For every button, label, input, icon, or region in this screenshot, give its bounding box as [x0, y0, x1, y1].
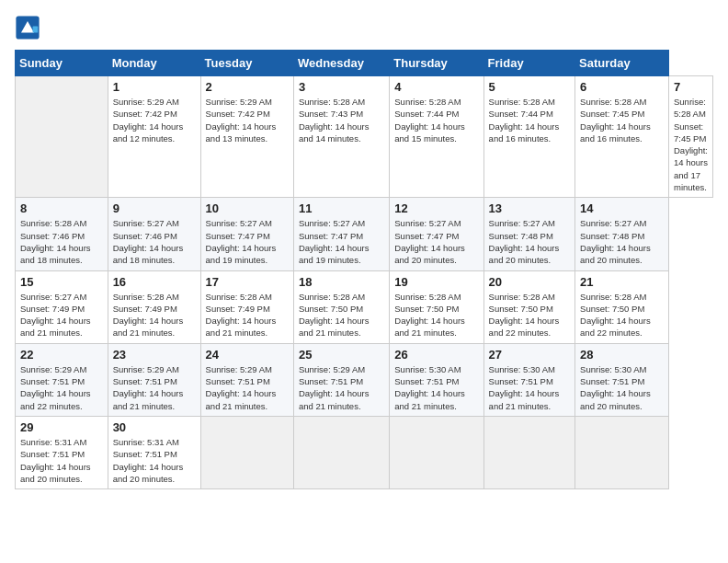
day-number: 8 — [20, 201, 103, 215]
day-info: Sunrise: 5:29 AM Sunset: 7:42 PM Dayligh… — [206, 96, 289, 144]
calendar-day-cell: 15Sunrise: 5:27 AM Sunset: 7:49 PM Dayli… — [16, 270, 108, 343]
header-friday: Friday — [483, 51, 574, 76]
calendar-day-cell: 3Sunrise: 5:28 AM Sunset: 7:43 PM Daylig… — [293, 76, 389, 198]
header — [15, 15, 713, 40]
calendar-day-cell: 20Sunrise: 5:28 AM Sunset: 7:50 PM Dayli… — [483, 270, 574, 343]
day-number: 18 — [299, 275, 384, 289]
calendar-day-cell: 12Sunrise: 5:27 AM Sunset: 7:47 PM Dayli… — [390, 198, 483, 270]
calendar-day-cell: 27Sunrise: 5:30 AM Sunset: 7:51 PM Dayli… — [483, 343, 574, 416]
calendar-day-cell: 18Sunrise: 5:28 AM Sunset: 7:50 PM Dayli… — [293, 270, 389, 343]
day-number: 20 — [489, 275, 570, 289]
day-number: 10 — [206, 201, 289, 215]
day-number: 7 — [674, 80, 708, 94]
day-info: Sunrise: 5:29 AM Sunset: 7:51 PM Dayligh… — [299, 363, 384, 412]
day-number: 14 — [580, 201, 664, 215]
calendar-day-cell: 19Sunrise: 5:28 AM Sunset: 7:50 PM Dayli… — [390, 270, 483, 343]
day-number: 5 — [489, 80, 570, 94]
calendar-week-row: 8Sunrise: 5:28 AM Sunset: 7:46 PM Daylig… — [16, 198, 713, 270]
day-info: Sunrise: 5:28 AM Sunset: 7:43 PM Dayligh… — [299, 96, 384, 144]
header-sunday: Sunday — [16, 51, 108, 76]
calendar-day-cell — [575, 416, 669, 488]
day-number: 23 — [113, 348, 196, 362]
calendar: SundayMondayTuesdayWednesdayThursdayFrid… — [15, 50, 713, 489]
day-number: 19 — [394, 275, 478, 289]
header-tuesday: Tuesday — [200, 51, 293, 76]
calendar-day-cell: 2Sunrise: 5:29 AM Sunset: 7:42 PM Daylig… — [200, 76, 293, 198]
logo — [15, 15, 44, 40]
day-info: Sunrise: 5:29 AM Sunset: 7:51 PM Dayligh… — [113, 363, 196, 412]
day-info: Sunrise: 5:27 AM Sunset: 7:48 PM Dayligh… — [489, 217, 570, 266]
day-number: 22 — [20, 348, 103, 362]
day-number: 30 — [113, 420, 196, 434]
day-info: Sunrise: 5:28 AM Sunset: 7:50 PM Dayligh… — [394, 291, 478, 339]
day-info: Sunrise: 5:28 AM Sunset: 7:50 PM Dayligh… — [299, 291, 384, 339]
day-info: Sunrise: 5:31 AM Sunset: 7:51 PM Dayligh… — [113, 436, 196, 485]
calendar-day-cell: 21Sunrise: 5:28 AM Sunset: 7:50 PM Dayli… — [575, 270, 669, 343]
day-info: Sunrise: 5:28 AM Sunset: 7:46 PM Dayligh… — [20, 217, 103, 266]
day-number: 4 — [394, 80, 478, 94]
calendar-day-cell — [390, 416, 483, 488]
day-number: 28 — [580, 348, 664, 362]
calendar-day-cell: 5Sunrise: 5:28 AM Sunset: 7:44 PM Daylig… — [483, 76, 574, 198]
day-info: Sunrise: 5:29 AM Sunset: 7:51 PM Dayligh… — [206, 363, 289, 412]
day-info: Sunrise: 5:27 AM Sunset: 7:47 PM Dayligh… — [206, 217, 289, 266]
day-number: 11 — [299, 201, 384, 215]
day-info: Sunrise: 5:29 AM Sunset: 7:42 PM Dayligh… — [113, 96, 196, 144]
calendar-day-cell: 17Sunrise: 5:28 AM Sunset: 7:49 PM Dayli… — [200, 270, 293, 343]
day-number: 9 — [113, 201, 196, 215]
calendar-day-cell: 28Sunrise: 5:30 AM Sunset: 7:51 PM Dayli… — [575, 343, 669, 416]
calendar-day-cell: 10Sunrise: 5:27 AM Sunset: 7:47 PM Dayli… — [200, 198, 293, 270]
calendar-day-cell — [200, 416, 293, 488]
calendar-week-row: 29Sunrise: 5:31 AM Sunset: 7:51 PM Dayli… — [16, 416, 713, 488]
empty-cell — [16, 76, 108, 198]
calendar-week-row: 1Sunrise: 5:29 AM Sunset: 7:42 PM Daylig… — [16, 76, 713, 198]
calendar-day-cell: 16Sunrise: 5:28 AM Sunset: 7:49 PM Dayli… — [108, 270, 200, 343]
day-number: 26 — [394, 348, 478, 362]
calendar-day-cell: 11Sunrise: 5:27 AM Sunset: 7:47 PM Dayli… — [293, 198, 389, 270]
calendar-day-cell: 13Sunrise: 5:27 AM Sunset: 7:48 PM Dayli… — [483, 198, 574, 270]
calendar-day-cell: 14Sunrise: 5:27 AM Sunset: 7:48 PM Dayli… — [575, 198, 669, 270]
day-info: Sunrise: 5:28 AM Sunset: 7:44 PM Dayligh… — [489, 96, 570, 144]
calendar-day-cell — [483, 416, 574, 488]
header-thursday: Thursday — [390, 51, 483, 76]
day-info: Sunrise: 5:28 AM Sunset: 7:45 PM Dayligh… — [580, 96, 664, 144]
day-number: 1 — [113, 80, 196, 94]
calendar-day-cell: 6Sunrise: 5:28 AM Sunset: 7:45 PM Daylig… — [575, 76, 669, 198]
calendar-day-cell: 8Sunrise: 5:28 AM Sunset: 7:46 PM Daylig… — [16, 198, 108, 270]
day-info: Sunrise: 5:28 AM Sunset: 7:45 PM Dayligh… — [674, 96, 708, 193]
day-info: Sunrise: 5:27 AM Sunset: 7:47 PM Dayligh… — [394, 217, 478, 266]
day-info: Sunrise: 5:31 AM Sunset: 7:51 PM Dayligh… — [20, 436, 103, 485]
calendar-day-cell: 22Sunrise: 5:29 AM Sunset: 7:51 PM Dayli… — [16, 343, 108, 416]
day-number: 27 — [489, 348, 570, 362]
day-info: Sunrise: 5:27 AM Sunset: 7:49 PM Dayligh… — [20, 291, 103, 339]
day-info: Sunrise: 5:28 AM Sunset: 7:50 PM Dayligh… — [489, 291, 570, 339]
header-monday: Monday — [108, 51, 200, 76]
day-info: Sunrise: 5:28 AM Sunset: 7:49 PM Dayligh… — [113, 291, 196, 339]
day-number: 21 — [580, 275, 664, 289]
day-number: 3 — [299, 80, 384, 94]
calendar-day-cell: 25Sunrise: 5:29 AM Sunset: 7:51 PM Dayli… — [293, 343, 389, 416]
day-number: 17 — [206, 275, 289, 289]
calendar-day-cell: 29Sunrise: 5:31 AM Sunset: 7:51 PM Dayli… — [16, 416, 108, 488]
header-saturday: Saturday — [575, 51, 669, 76]
day-info: Sunrise: 5:27 AM Sunset: 7:47 PM Dayligh… — [299, 217, 384, 266]
calendar-day-cell: 1Sunrise: 5:29 AM Sunset: 7:42 PM Daylig… — [108, 76, 200, 198]
day-number: 16 — [113, 275, 196, 289]
calendar-week-row: 22Sunrise: 5:29 AM Sunset: 7:51 PM Dayli… — [16, 343, 713, 416]
day-info: Sunrise: 5:28 AM Sunset: 7:50 PM Dayligh… — [580, 291, 664, 339]
day-info: Sunrise: 5:27 AM Sunset: 7:46 PM Dayligh… — [113, 217, 196, 266]
calendar-day-cell: 24Sunrise: 5:29 AM Sunset: 7:51 PM Dayli… — [200, 343, 293, 416]
day-info: Sunrise: 5:27 AM Sunset: 7:48 PM Dayligh… — [580, 217, 664, 266]
logo-icon — [15, 15, 40, 40]
calendar-week-row: 15Sunrise: 5:27 AM Sunset: 7:49 PM Dayli… — [16, 270, 713, 343]
day-number: 13 — [489, 201, 570, 215]
calendar-day-cell: 4Sunrise: 5:28 AM Sunset: 7:44 PM Daylig… — [390, 76, 483, 198]
day-number: 25 — [299, 348, 384, 362]
day-number: 2 — [206, 80, 289, 94]
svg-rect-2 — [33, 27, 39, 33]
calendar-day-cell: 23Sunrise: 5:29 AM Sunset: 7:51 PM Dayli… — [108, 343, 200, 416]
calendar-day-cell: 7Sunrise: 5:28 AM Sunset: 7:45 PM Daylig… — [668, 76, 712, 198]
day-info: Sunrise: 5:29 AM Sunset: 7:51 PM Dayligh… — [20, 363, 103, 412]
day-number: 6 — [580, 80, 664, 94]
day-number: 15 — [20, 275, 103, 289]
